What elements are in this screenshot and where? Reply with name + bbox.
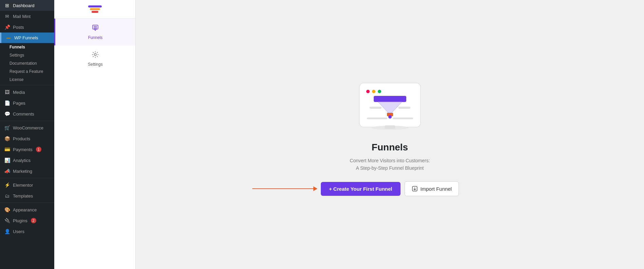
svg-point-6	[366, 90, 370, 93]
comments-icon: 💬	[4, 111, 10, 117]
submenu-request-feature[interactable]: Request a Feature	[0, 67, 54, 76]
plugin-sidebar: Funnels Settings	[54, 0, 136, 269]
sidebar-item-templates[interactable]: 🗂 Templates	[0, 190, 54, 201]
settings-nav-icon	[92, 51, 99, 60]
mail-icon: ✉	[4, 14, 10, 19]
svg-rect-13	[367, 118, 387, 119]
arrow-line	[252, 188, 313, 189]
empty-state-actions: + Create Your First Funnel Import Funnel	[321, 181, 459, 196]
wp-admin-sidebar: ⊞ Dashboard ✉ Mail Mint 📌 Posts — WP Fun…	[0, 0, 54, 269]
funnel-illustration	[353, 73, 427, 134]
sidebar-item-comments[interactable]: 💬 Comments	[0, 108, 54, 119]
sidebar-item-dashboard[interactable]: ⊞ Dashboard	[0, 0, 54, 11]
create-funnel-button[interactable]: + Create Your First Funnel	[321, 182, 401, 196]
submenu-license[interactable]: License	[0, 76, 54, 84]
svg-point-17	[388, 115, 392, 119]
payments-badge: 1	[36, 147, 41, 152]
svg-rect-3	[94, 28, 97, 29]
funnels-nav-icon	[92, 24, 99, 33]
empty-state: Funnels Convert More Visitors into Custo…	[321, 73, 459, 196]
analytics-icon: 📊	[4, 158, 10, 163]
svg-rect-12	[398, 107, 410, 109]
sidebar-item-users[interactable]: 👤 Users	[0, 226, 54, 237]
submenu-funnels[interactable]: Funnels	[0, 43, 54, 51]
empty-state-description: Convert More Visitors into Customers: A …	[350, 157, 430, 172]
arrow-indicator	[252, 186, 317, 191]
empty-state-title: Funnels	[372, 142, 408, 153]
sidebar-separator-2	[0, 121, 54, 121]
payments-icon: 💳	[4, 147, 10, 152]
submenu-documentation[interactable]: Documentation	[0, 59, 54, 67]
woocommerce-icon: 🛒	[4, 125, 10, 130]
sidebar-separator-3	[0, 178, 54, 178]
logo-bar-3	[92, 11, 98, 13]
logo-bar-2	[90, 8, 100, 10]
sidebar-item-woocommerce[interactable]: 🛒 WooCommerce	[0, 122, 54, 133]
products-icon: 📦	[4, 136, 10, 141]
sidebar-item-payments[interactable]: 💳 Payments 1	[0, 144, 54, 155]
posts-icon: 📌	[4, 24, 10, 30]
sidebar-item-pages[interactable]: 📄 Pages	[0, 98, 54, 108]
media-icon: 🖼	[4, 89, 10, 95]
sidebar-item-marketing[interactable]: 📣 Marketing	[0, 166, 54, 177]
svg-rect-2	[94, 27, 97, 28]
submenu-settings[interactable]: Settings	[0, 51, 54, 59]
sidebar-item-mail-mint[interactable]: ✉ Mail Mint	[0, 11, 54, 22]
svg-point-4	[94, 54, 96, 56]
plugin-nav-funnels[interactable]: Funnels	[54, 19, 135, 45]
sidebar-item-media[interactable]: 🖼 Media	[0, 87, 54, 98]
svg-rect-11	[370, 107, 382, 109]
sidebar-item-products[interactable]: 📦 Products	[0, 133, 54, 144]
import-icon	[412, 186, 418, 192]
templates-icon: 🗂	[4, 193, 10, 199]
sidebar-item-elementor[interactable]: ⚡ Elementor	[0, 180, 54, 190]
plugins-badge: 2	[31, 218, 36, 223]
logo-bar-1	[88, 5, 102, 7]
elementor-icon: ⚡	[4, 182, 10, 188]
import-funnel-button[interactable]: Import Funnel	[405, 181, 459, 196]
plugin-sidebar-header	[54, 0, 135, 19]
wp-funnels-icon: —	[5, 36, 12, 40]
svg-rect-14	[393, 118, 413, 119]
sidebar-item-plugins[interactable]: 🔌 Plugins 2	[0, 215, 54, 226]
marketing-icon: 📣	[4, 168, 10, 174]
svg-rect-1	[94, 26, 97, 27]
sidebar-item-posts[interactable]: 📌 Posts	[0, 22, 54, 33]
plugins-icon: 🔌	[4, 218, 10, 223]
dashboard-icon: ⊞	[4, 3, 10, 8]
sidebar-separator-4	[0, 203, 54, 203]
main-content: Funnels Convert More Visitors into Custo…	[136, 0, 644, 269]
plugin-nav-settings[interactable]: Settings	[54, 45, 135, 72]
sidebar-separator-1	[0, 85, 54, 85]
sidebar-item-wp-funnels[interactable]: — WP Funnels	[0, 33, 54, 43]
pages-icon: 📄	[4, 100, 10, 106]
funnel-logo	[88, 5, 102, 13]
svg-point-7	[372, 90, 375, 93]
sidebar-item-analytics[interactable]: 📊 Analytics	[0, 155, 54, 166]
appearance-icon: 🎨	[4, 207, 10, 212]
users-icon: 👤	[4, 229, 10, 234]
wp-funnels-submenu: Funnels Settings Documentation Request a…	[0, 43, 54, 84]
svg-point-8	[378, 90, 381, 93]
svg-rect-9	[374, 96, 406, 102]
svg-rect-16	[385, 125, 395, 129]
sidebar-item-appearance[interactable]: 🎨 Appearance	[0, 204, 54, 215]
arrow-head	[313, 186, 317, 191]
